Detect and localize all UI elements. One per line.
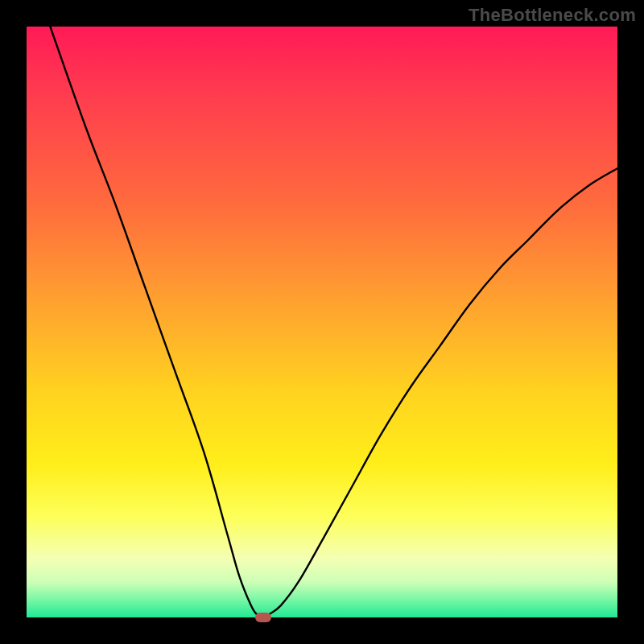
watermark-text: TheBottleneck.com — [469, 5, 636, 26]
chart-frame: TheBottleneck.com — [0, 0, 644, 644]
optimal-point-marker — [255, 613, 271, 622]
bottleneck-curve — [27, 27, 617, 617]
plot-area — [27, 27, 617, 617]
